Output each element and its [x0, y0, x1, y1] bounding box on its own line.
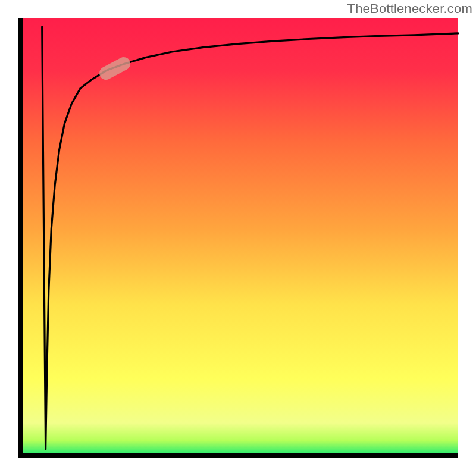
plot-area: [18, 18, 458, 458]
stage: TheBottlenecker.com: [0, 0, 476, 476]
chart-curve: [18, 18, 458, 458]
watermark: TheBottlenecker.com: [347, 1, 472, 17]
